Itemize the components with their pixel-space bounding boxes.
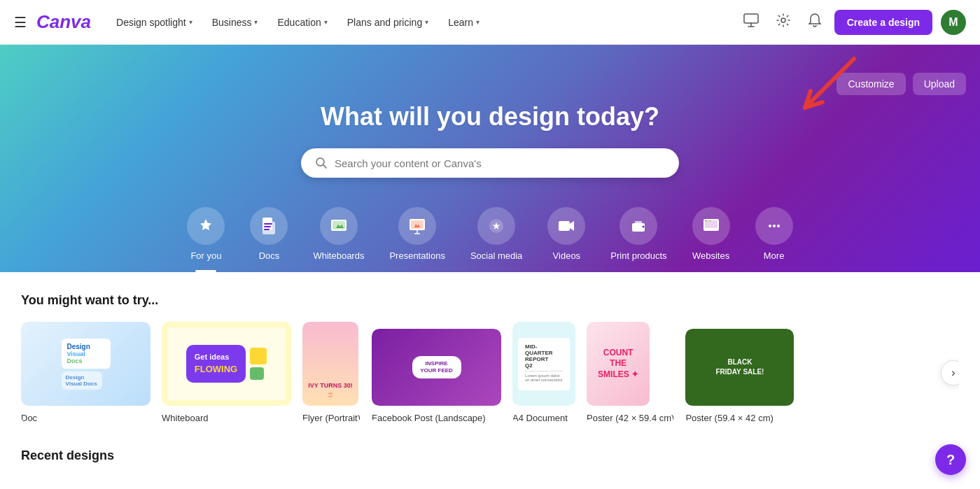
upload-button[interactable]: Upload <box>913 73 966 95</box>
category-websites[interactable]: Websites <box>680 200 743 272</box>
presentations-icon <box>398 207 436 245</box>
svg-point-2 <box>316 158 324 166</box>
create-design-button[interactable]: Create a design <box>834 10 932 35</box>
poster1-thumb: COUNTTHESMILES ✦ <box>587 322 650 406</box>
card-flyer-portrait[interactable]: IVY TURNS 30!🎂 Flyer (Portrait) <box>302 322 360 423</box>
category-more[interactable]: More <box>743 200 806 272</box>
a4-thumb: MID-QUARTERREPORTQ2 Lorem ipsum dolor si… <box>512 322 575 406</box>
svg-point-24 <box>709 220 710 222</box>
recent-designs-section: Recent designs ⊞ Name People Type Edited <box>21 448 959 489</box>
categories-row: For you Docs Whiteboards Presentations <box>14 200 966 272</box>
category-docs[interactable]: Docs <box>237 200 300 272</box>
chevron-down-icon: ▾ <box>324 18 328 26</box>
category-print-products[interactable]: Print products <box>598 200 679 272</box>
card-poster-594-42-label: Poster (59.4 × 42 cm) <box>685 413 794 423</box>
recent-designs-header: Recent designs ⊞ <box>21 448 959 477</box>
print-products-icon <box>620 207 657 245</box>
category-videos[interactable]: Videos <box>535 200 598 272</box>
nav-business[interactable]: Business ▾ <box>204 11 267 34</box>
cards-row: DesignVisualDocs Design Visual Docs Doc … <box>21 322 959 423</box>
card-facebook-post[interactable]: INSPIREYOUR FEED Facebook Post (Landscap… <box>372 329 501 423</box>
table-header: Name People Type Edited <box>21 486 959 489</box>
card-poster-594-42[interactable]: BLACKFRIDAY SALE! Poster (59.4 × 42 cm) <box>685 329 794 423</box>
nav-links: Design spotlight ▾ Business ▾ Education … <box>108 11 739 34</box>
doc-thumb: DesignVisualDocs Design Visual Docs <box>21 322 150 406</box>
fb-thumb: INSPIREYOUR FEED <box>372 329 501 406</box>
svg-point-22 <box>705 220 706 222</box>
svg-point-23 <box>707 220 708 222</box>
card-a4-doc[interactable]: MID-QUARTERREPORTQ2 Lorem ipsum dolor si… <box>512 322 575 423</box>
card-doc-label: Doc <box>21 413 150 423</box>
monitor-icon-btn[interactable] <box>739 9 763 35</box>
poster2-thumb: BLACKFRIDAY SALE! <box>685 329 794 406</box>
canva-logo[interactable]: Canva <box>36 11 91 33</box>
svg-rect-15 <box>559 221 570 231</box>
chevron-down-icon: ▾ <box>425 18 428 26</box>
nav-education[interactable]: Education ▾ <box>269 11 335 34</box>
nav-learn[interactable]: Learn ▾ <box>440 11 488 34</box>
nav-plans-pricing[interactable]: Plans and pricing ▾ <box>339 11 437 34</box>
card-whiteboard[interactable]: Get ideasFLOWING Whiteboard <box>162 322 291 423</box>
card-whiteboard-label: Whiteboard <box>162 413 291 423</box>
svg-rect-6 <box>264 226 271 227</box>
svg-rect-19 <box>635 229 642 230</box>
recent-designs-title: Recent designs <box>21 448 114 463</box>
chevron-down-icon: ▾ <box>189 18 192 26</box>
try-section: You might want to try... DesignVisualDoc… <box>21 293 959 423</box>
monitor-icon <box>743 13 759 27</box>
card-flyer-portrait-label: Flyer (Portrait) <box>302 413 360 423</box>
social-media-icon <box>477 207 515 245</box>
svg-rect-0 <box>744 14 758 23</box>
next-cards-button[interactable]: › <box>941 360 959 385</box>
category-for-you[interactable]: For you <box>174 200 237 272</box>
more-icon <box>755 207 793 245</box>
svg-point-18 <box>643 226 645 228</box>
search-input[interactable] <box>335 157 665 169</box>
nav-right: Create a design M <box>739 8 966 36</box>
card-facebook-post-label: Facebook Post (Landscape) <box>372 413 501 423</box>
navbar: ☰ Canva Design spotlight ▾ Business ▾ Ed… <box>0 0 980 45</box>
gear-icon <box>776 13 791 28</box>
card-poster-42-594[interactable]: COUNTTHESMILES ✦ Poster (42 × 59.4 cm) <box>587 322 674 423</box>
search-icon <box>315 157 328 169</box>
category-social-media[interactable]: Social media <box>458 200 535 272</box>
wb-thumb: Get ideasFLOWING <box>162 322 291 406</box>
search-bar[interactable] <box>301 148 679 178</box>
svg-point-27 <box>777 225 780 227</box>
settings-icon-btn[interactable] <box>771 8 795 36</box>
card-poster-42-594-label: Poster (42 × 59.4 cm) <box>587 413 674 423</box>
svg-rect-7 <box>264 229 270 230</box>
card-a4-doc-label: A4 Document <box>512 413 575 423</box>
svg-rect-5 <box>264 223 272 225</box>
try-section-title: You might want to try... <box>21 293 959 308</box>
svg-rect-11 <box>411 220 424 229</box>
whiteboards-icon <box>320 207 358 245</box>
svg-point-26 <box>773 225 776 227</box>
main-content: You might want to try... DesignVisualDoc… <box>0 272 980 489</box>
hamburger-menu[interactable]: ☰ <box>14 14 27 31</box>
flyer-thumb: IVY TURNS 30!🎂 <box>302 322 358 406</box>
svg-rect-17 <box>635 221 642 225</box>
category-whiteboards[interactable]: Whiteboards <box>300 200 377 272</box>
svg-point-1 <box>781 18 785 22</box>
hero-top-actions: Customize Upload <box>14 73 966 102</box>
videos-icon <box>547 207 585 245</box>
hero-heading: What will you design today? <box>14 102 966 132</box>
docs-icon <box>250 207 288 245</box>
svg-point-25 <box>769 225 771 227</box>
chevron-down-icon: ▾ <box>254 18 258 26</box>
user-avatar[interactable]: M <box>941 10 966 35</box>
websites-icon <box>692 207 730 245</box>
svg-rect-21 <box>705 220 718 228</box>
notifications-icon-btn[interactable] <box>804 8 826 36</box>
help-button[interactable]: ? <box>935 444 966 475</box>
nav-design-spotlight[interactable]: Design spotlight ▾ <box>108 11 201 34</box>
chevron-down-icon: ▾ <box>476 18 479 26</box>
card-doc[interactable]: DesignVisualDocs Design Visual Docs Doc <box>21 322 150 423</box>
hero-section: Customize Upload What will you design to… <box>0 45 980 272</box>
customize-button[interactable]: Customize <box>836 73 905 95</box>
bell-icon <box>808 13 822 28</box>
category-presentations[interactable]: Presentations <box>377 200 458 272</box>
for-you-icon <box>187 207 225 245</box>
